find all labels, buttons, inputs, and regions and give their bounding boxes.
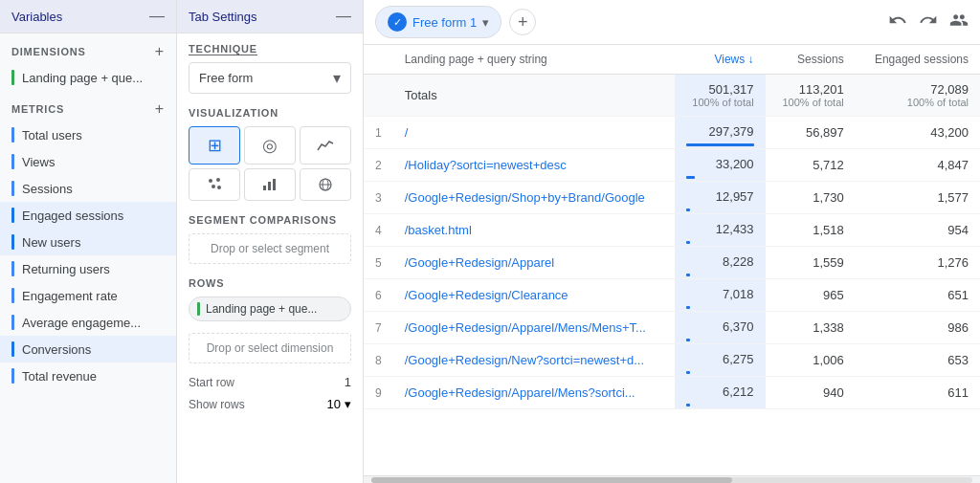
metric-label: Views — [22, 155, 55, 169]
tab-settings-panel: Tab Settings — TECHNIQUE Free form ▾ VIS… — [177, 0, 364, 483]
viz-scatter-btn[interactable] — [189, 168, 240, 201]
row-url[interactable]: /Google+Redesign/Apparel/Mens?sortci... — [393, 377, 676, 409]
metrics-label: METRICS — [11, 103, 64, 115]
row-url[interactable]: /Google+Redesign/Apparel — [393, 247, 676, 279]
totals-views: 501,317 100% of total — [675, 75, 765, 117]
show-rows-dropdown[interactable]: 10 ▾ — [327, 397, 351, 411]
metrics-section-header: METRICS + — [0, 91, 176, 121]
sidebar-item-conversions[interactable]: Conversions — [0, 336, 176, 362]
col-views-header[interactable]: Views — [675, 45, 765, 75]
start-row-value[interactable]: 1 — [345, 375, 351, 389]
user-settings-btn[interactable] — [949, 11, 969, 34]
segment-drop-zone[interactable]: Drop or select segment — [189, 233, 351, 264]
row-num: 1 — [364, 117, 393, 149]
technique-value: Free form — [199, 71, 253, 85]
variables-title: Variables — [11, 10, 62, 24]
table-row: 9 /Google+Redesign/Apparel/Mens?sortci..… — [364, 377, 980, 409]
row-url[interactable]: /basket.html — [393, 214, 676, 247]
row-engaged: 653 — [856, 344, 980, 377]
viz-bar-btn[interactable] — [244, 168, 296, 201]
row-num: 6 — [364, 279, 393, 312]
row-url[interactable]: /Holiday?sortci=newest+desc — [393, 149, 676, 182]
row-views: 12,957 — [675, 182, 765, 214]
viz-donut-btn[interactable]: ◎ — [244, 126, 296, 165]
tab-settings-minimize-btn[interactable]: — — [336, 8, 351, 25]
row-sessions: 56,897 — [766, 117, 856, 149]
viz-geo-btn[interactable] — [300, 168, 351, 201]
table-row: 8 /Google+Redesign/New?sortci=newest+d..… — [364, 344, 980, 377]
table-row: 7 /Google+Redesign/Apparel/Mens/Mens+T..… — [364, 312, 980, 344]
viz-line-btn[interactable] — [300, 126, 351, 165]
tab-settings-title: Tab Settings — [189, 10, 257, 24]
sidebar-item-engagement-rate[interactable]: Engagement rate — [0, 282, 176, 309]
col-sessions-header[interactable]: Sessions — [766, 45, 856, 75]
dimensions-label: DIMENSIONS — [11, 46, 86, 57]
col-engaged-sessions-header[interactable]: Engaged sessions — [856, 45, 980, 75]
variables-minimize-btn[interactable]: — — [149, 8, 165, 25]
row-num: 2 — [364, 149, 393, 182]
metric-color-bar — [11, 368, 14, 384]
metric-label: Engaged sessions — [22, 209, 123, 223]
metric-color-bar — [11, 181, 14, 196]
row-num: 8 — [364, 344, 393, 377]
horizontal-scrollbar[interactable] — [364, 475, 980, 483]
sidebar-item-views[interactable]: Views — [0, 148, 176, 175]
svg-rect-4 — [263, 186, 266, 190]
metric-color-bar — [11, 341, 14, 357]
redo-btn[interactable] — [919, 11, 938, 34]
svg-point-3 — [217, 186, 221, 189]
metric-label: Engagement rate — [22, 289, 118, 303]
row-sessions: 1,518 — [766, 214, 856, 247]
table-row: 4 /basket.html 12,433 1,518 954 — [364, 214, 980, 247]
rows-label: ROWS — [177, 272, 363, 293]
sidebar-item-sessions[interactable]: Sessions — [0, 175, 176, 202]
row-views: 8,228 — [675, 247, 765, 279]
row-sessions: 1,338 — [766, 312, 856, 344]
row-url[interactable]: /Google+Redesign/Clearance — [393, 279, 676, 312]
sidebar-item-landing-page[interactable]: Landing page + que... — [0, 64, 176, 91]
sidebar-item-avg-engagement[interactable]: Average engageme... — [0, 309, 176, 336]
metric-label: New users — [22, 235, 80, 250]
dimension-drop-zone[interactable]: Drop or select dimension — [189, 333, 351, 363]
segment-placeholder: Drop or select segment — [211, 242, 329, 255]
row-num: 4 — [364, 214, 393, 247]
add-dimension-btn[interactable]: + — [155, 43, 165, 60]
sidebar-item-engaged-sessions[interactable]: Engaged sessions — [0, 202, 176, 229]
row-sessions: 1,006 — [766, 344, 856, 377]
sidebar-item-total-users[interactable]: Total users — [0, 121, 176, 148]
technique-dropdown[interactable]: Free form ▾ — [189, 62, 351, 94]
table-row: 1 / 297,379 56,897 43,200 — [364, 117, 980, 149]
totals-engaged: 72,089 100% of total — [856, 75, 980, 117]
row-url[interactable]: /Google+Redesign/Apparel/Mens/Mens+T... — [393, 312, 676, 344]
rows-chip-bar — [197, 302, 200, 316]
sidebar-item-returning-users[interactable]: Returning users — [0, 255, 176, 282]
add-metric-btn[interactable]: + — [155, 100, 165, 118]
row-url[interactable]: / — [393, 117, 676, 149]
row-sessions: 1,559 — [766, 247, 856, 279]
tab-dropdown-arrow[interactable]: ▾ — [482, 15, 489, 30]
row-sessions: 1,730 — [766, 182, 856, 214]
add-tab-icon: + — [518, 12, 528, 33]
row-views: 6,275 — [675, 344, 765, 377]
row-url[interactable]: /Google+Redesign/Shop+by+Brand/Google — [393, 182, 676, 214]
row-views: 6,212 — [675, 377, 765, 409]
undo-btn[interactable] — [888, 11, 907, 34]
technique-dropdown-arrow: ▾ — [333, 69, 341, 87]
row-sessions: 5,712 — [766, 149, 856, 182]
svg-point-2 — [212, 185, 215, 188]
row-url[interactable]: /Google+Redesign/New?sortci=newest+d... — [393, 344, 676, 377]
row-views: 7,018 — [675, 279, 765, 312]
tab-settings-header: Tab Settings — — [177, 0, 363, 33]
sidebar-item-new-users[interactable]: New users — [0, 229, 176, 255]
table-row: 3 /Google+Redesign/Shop+by+Brand/Google … — [364, 182, 980, 214]
metric-label: Total users — [22, 128, 82, 143]
sidebar-item-total-revenue[interactable]: Total revenue — [0, 362, 176, 389]
add-tab-btn[interactable]: + — [509, 9, 536, 35]
viz-table-btn[interactable]: ⊞ — [189, 126, 240, 165]
segment-comparisons-label: SEGMENT COMPARISONS — [177, 209, 363, 230]
tab-free-form-1[interactable]: ✓ Free form 1 ▾ — [375, 6, 501, 38]
rows-dimension-chip[interactable]: Landing page + que... — [189, 296, 351, 321]
variables-panel-header: Variables — — [0, 0, 176, 33]
row-views: 297,379 — [675, 117, 765, 149]
col-landing-page[interactable]: Landing page + query string — [393, 45, 676, 75]
